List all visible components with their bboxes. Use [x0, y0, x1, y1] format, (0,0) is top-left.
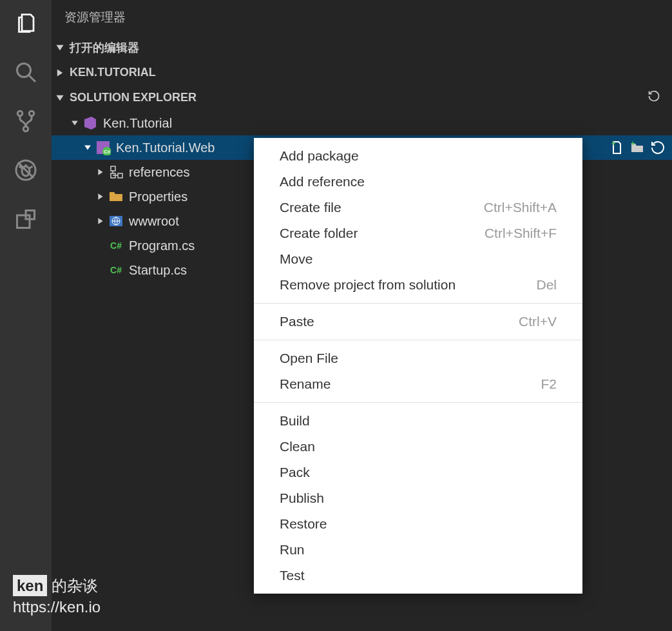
menu-label: Clean — [280, 439, 315, 454]
csharp-file-icon: C# — [108, 240, 124, 251]
activity-bar — [0, 0, 52, 631]
svg-point-3 — [29, 111, 34, 116]
open-editors-label: 打开的编辑器 — [70, 40, 139, 55]
menu-rename[interactable]: Rename F2 — [254, 371, 582, 397]
new-file-icon[interactable]: + — [609, 140, 624, 155]
menu-restore[interactable]: Restore — [254, 511, 582, 537]
tree-item-label: Startup.cs — [129, 263, 187, 278]
references-icon — [108, 164, 124, 180]
menu-shortcut: Ctrl+V — [519, 314, 557, 329]
menu-shortcut: Del — [536, 277, 557, 293]
menu-build[interactable]: Build — [254, 408, 582, 434]
menu-label: Publish — [280, 490, 324, 506]
menu-clean[interactable]: Clean — [254, 434, 582, 460]
watermark: ken 的杂谈 https://ken.io — [13, 575, 101, 618]
folder-icon — [108, 189, 124, 204]
menu-shortcut: Ctrl+Shift+A — [484, 200, 557, 215]
menu-label: Paste — [280, 314, 314, 329]
svg-text:+: + — [631, 140, 635, 147]
svg-text:+: + — [611, 140, 615, 147]
chevron-down-icon — [84, 144, 91, 151]
vs-solution-icon — [82, 115, 98, 131]
csharp-file-icon: C# — [108, 265, 124, 275]
solution-explorer-label: SOLUTION EXPLORER — [70, 91, 197, 104]
tree-item-label: wwwroot — [129, 214, 179, 229]
project-actions: + + — [609, 140, 666, 155]
menu-run[interactable]: Run — [254, 537, 582, 563]
menu-paste[interactable]: Paste Ctrl+V — [254, 309, 582, 335]
menu-add-package[interactable]: Add package — [254, 143, 582, 169]
menu-label: Open File — [280, 351, 338, 366]
svg-point-4 — [23, 126, 28, 131]
menu-label: Restore — [280, 516, 327, 532]
menu-label: Pack — [280, 465, 310, 480]
chevron-down-icon — [55, 93, 64, 102]
menu-shortcut: Ctrl+Shift+F — [485, 226, 557, 241]
svg-rect-18 — [111, 166, 115, 171]
svg-rect-11 — [17, 215, 30, 228]
files-icon[interactable] — [14, 12, 37, 35]
new-folder-icon[interactable]: + — [629, 140, 645, 155]
menu-label: Create file — [280, 200, 341, 215]
svg-line-1 — [29, 75, 36, 83]
menu-move[interactable]: Move — [254, 246, 582, 272]
svg-point-0 — [17, 64, 31, 77]
tree-item-label: references — [129, 165, 190, 180]
chevron-down-icon — [55, 43, 64, 52]
menu-pack[interactable]: Pack — [254, 460, 582, 485]
menu-label: Add reference — [280, 174, 365, 189]
debug-disabled-icon[interactable] — [14, 159, 37, 182]
menu-create-file[interactable]: Create file Ctrl+Shift+A — [254, 195, 582, 220]
watermark-text: 的杂谈 — [52, 577, 98, 594]
watermark-url: https://ken.io — [13, 596, 101, 618]
menu-label: Build — [280, 413, 310, 429]
tree-root-label: Ken.Tutorial — [103, 116, 172, 131]
ken-tutorial-label: KEN.TUTORIAL — [70, 66, 156, 79]
tree-item-label: Program.cs — [129, 238, 195, 253]
menu-open-file[interactable]: Open File — [254, 345, 582, 371]
menu-label: Create folder — [280, 226, 358, 241]
menu-shortcut: F2 — [541, 376, 557, 392]
refresh-icon[interactable] — [648, 90, 660, 106]
open-editors-header[interactable]: 打开的编辑器 — [52, 35, 672, 61]
tree-solution-root[interactable]: Ken.Tutorial — [52, 111, 672, 135]
menu-label: Rename — [280, 376, 331, 392]
globe-folder-icon — [108, 213, 124, 229]
chevron-right-icon — [97, 193, 104, 200]
chevron-right-icon — [55, 68, 64, 77]
svg-point-2 — [17, 111, 23, 116]
menu-label: Run — [280, 542, 305, 558]
chevron-down-icon — [71, 119, 79, 127]
menu-label: Remove project from solution — [280, 277, 456, 293]
explorer-title: 资源管理器 — [52, 0, 672, 35]
svg-line-9 — [30, 166, 33, 168]
tree-item-label: Properties — [129, 189, 187, 204]
ken-tutorial-header[interactable]: KEN.TUTORIAL — [52, 61, 672, 84]
chevron-right-icon — [97, 168, 104, 176]
watermark-tag: ken — [13, 575, 47, 597]
menu-label: Add package — [280, 148, 359, 164]
svg-text:C#: C# — [104, 149, 111, 155]
chevron-right-icon — [97, 217, 104, 225]
csproj-icon: C# — [95, 140, 111, 155]
svg-rect-20 — [118, 173, 122, 178]
source-control-icon[interactable] — [14, 110, 37, 133]
search-icon[interactable] — [14, 61, 37, 84]
refresh-icon[interactable] — [650, 140, 666, 155]
menu-add-reference[interactable]: Add reference — [254, 169, 582, 195]
menu-label: Move — [280, 251, 312, 267]
tree-project-label: Ken.Tutorial.Web — [116, 141, 215, 155]
menu-test[interactable]: Test — [254, 563, 582, 588]
extensions-icon[interactable] — [14, 208, 37, 231]
menu-label: Test — [280, 568, 305, 583]
context-menu: Add package Add reference Create file Ct… — [254, 138, 582, 594]
menu-create-folder[interactable]: Create folder Ctrl+Shift+F — [254, 220, 582, 246]
solution-explorer-header[interactable]: SOLUTION EXPLORER — [52, 84, 672, 111]
menu-remove-project[interactable]: Remove project from solution Del — [254, 272, 582, 298]
menu-publish[interactable]: Publish — [254, 485, 582, 511]
